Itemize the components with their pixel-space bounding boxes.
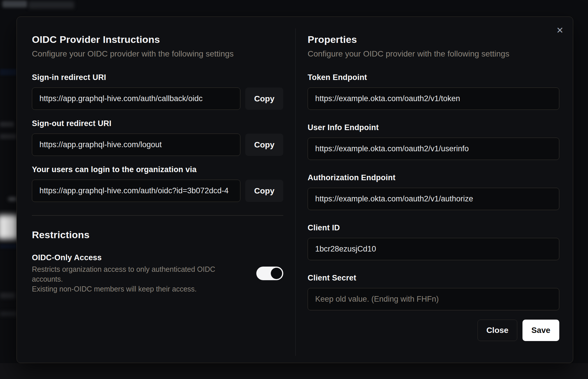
oidc-only-access-label: OIDC-Only Access [32,253,245,263]
restrictions-title: Restrictions [32,228,283,241]
login-url-input[interactable] [32,180,240,202]
authorization-endpoint-label: Authorization Endpoint [308,173,559,183]
client-id-label: Client ID [308,223,559,233]
toggle-knob [271,268,282,279]
token-endpoint-field: Token Endpoint [308,72,559,110]
user-info-endpoint-field: User Info Endpoint [308,123,559,160]
sign-in-redirect-input[interactable] [32,88,240,110]
authorization-endpoint-field: Authorization Endpoint [308,173,559,210]
section-divider [32,215,283,216]
background-blur-artifact [0,69,17,75]
oidc-instructions-panel: OIDC Provider Instructions Configure you… [17,17,295,363]
background-blur-button [0,215,18,239]
copy-sign-in-redirect-button[interactable]: Copy [245,88,283,110]
sign-in-redirect-label: Sign-in redirect URI [32,72,283,82]
background-blur-artifact [28,1,74,9]
close-button[interactable]: Close [478,320,517,341]
client-secret-field: Client Secret [308,273,559,310]
properties-panel: Properties Configure your OIDC provider … [296,17,573,363]
properties-subtitle: Configure your OIDC provider with the fo… [308,49,559,59]
background-blur-artifact [0,134,16,139]
oidc-only-toggle[interactable] [256,267,283,280]
sign-out-redirect-input[interactable] [32,134,240,156]
user-info-endpoint-input[interactable] [308,138,559,160]
background-blur-artifact [2,1,27,8]
sign-out-redirect-field: Sign-out redirect URI Copy [32,119,283,156]
save-button[interactable]: Save [522,320,559,341]
client-id-field: Client ID [308,223,559,260]
background-blur-artifact [0,293,15,298]
instructions-title: OIDC Provider Instructions [32,33,283,46]
oidc-only-access-description: Restricts organization access to only au… [32,264,245,294]
background-blur-artifact [0,244,17,249]
user-info-endpoint-label: User Info Endpoint [308,123,559,132]
client-secret-input[interactable] [308,288,559,310]
oidc-settings-dialog: ✕ OIDC Provider Instructions Configure y… [17,17,573,363]
background-blur-artifact [8,197,17,201]
token-endpoint-input[interactable] [308,88,559,110]
copy-login-url-button[interactable]: Copy [245,180,283,202]
background-blur-artifact [0,311,17,316]
sign-out-redirect-label: Sign-out redirect URI [32,119,283,128]
dialog-footer: Close Save [308,320,559,341]
page-background [0,363,588,379]
sign-in-redirect-field: Sign-in redirect URI Copy [32,72,283,110]
authorization-endpoint-input[interactable] [308,188,559,210]
client-id-input[interactable] [308,238,559,260]
login-url-label: Your users can login to the organization… [32,165,283,174]
client-secret-label: Client Secret [308,273,559,283]
oidc-only-access-row: OIDC-Only Access Restricts organization … [32,253,283,294]
instructions-subtitle: Configure your OIDC provider with the fo… [32,49,283,59]
background-blur-artifact [0,122,14,127]
copy-sign-out-redirect-button[interactable]: Copy [245,134,283,156]
token-endpoint-label: Token Endpoint [308,72,559,82]
properties-title: Properties [308,33,559,46]
login-url-field: Your users can login to the organization… [32,165,283,202]
